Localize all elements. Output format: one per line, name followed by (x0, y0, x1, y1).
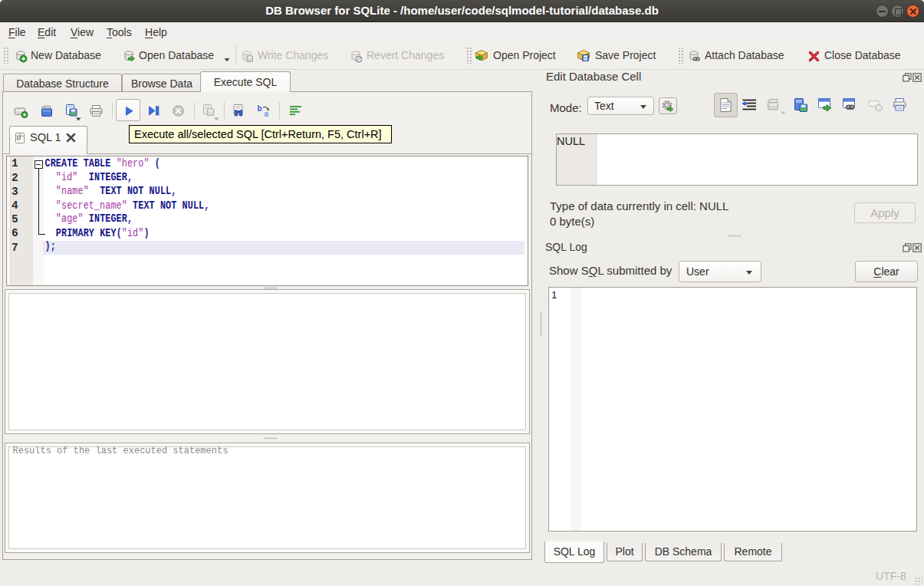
svg-text:b: b (258, 104, 262, 113)
svg-text:a: a (265, 110, 269, 118)
